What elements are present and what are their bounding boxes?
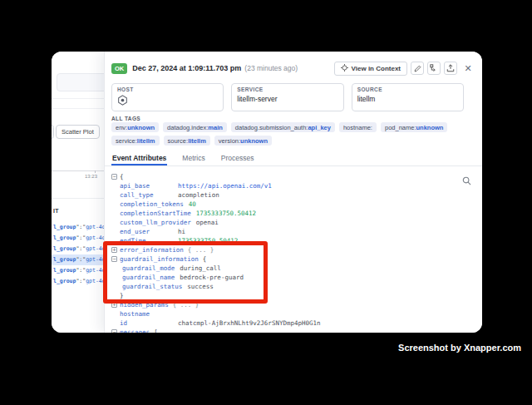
tag-pill[interactable]: datadog.index:main (163, 122, 227, 132)
scatter-plot-button[interactable]: Scatter Plot (56, 125, 100, 139)
log-list-item[interactable]: l_group":"gpt-4o (52, 254, 104, 265)
background-log-list: l_group":"gpt-4ol_group":"gpt-4ol_group"… (52, 222, 104, 287)
attribute-row: completion_tokens40 (111, 200, 482, 209)
log-list-item[interactable]: l_group":"gpt-4o (52, 265, 104, 276)
related-traces-button[interactable] (427, 62, 441, 75)
attribute-key: end_user (120, 227, 173, 236)
tag-key: hostname: (343, 124, 372, 131)
tag-value: litellm (188, 137, 206, 145)
attribute-value: 40 (189, 200, 196, 209)
source-value[interactable]: litellm (357, 95, 458, 103)
attribute-row: idchatcmpl-AjBrxhNLht9v2J6rSNYDmp4pH0G1n (111, 319, 482, 328)
host-card: HOST (111, 83, 224, 111)
app-window: Scatter Plot 13:23 IT l_group":"gpt-4ol_… (52, 52, 482, 333)
log-list-item[interactable]: l_group":"gpt-4o (52, 233, 104, 244)
log-value-fragment: gpt-4o (86, 267, 104, 274)
attribute-key: completion_tokens (120, 200, 184, 209)
edit-button[interactable] (411, 62, 424, 75)
tag-pill[interactable]: env:unknown (111, 122, 159, 132)
attribute-value: 1735333750.50412 (196, 209, 256, 218)
attribute-row: end_userhi (111, 227, 482, 236)
log-key-fragment: l_group (53, 224, 76, 230)
tag-key: datadog.submission_auth: (235, 124, 308, 131)
tags-list: env:unknowndatadog.index:maindatadog.sub… (111, 122, 470, 146)
attribute-row: custom_llm_provideropenai (111, 218, 482, 227)
tab-event-attributes[interactable]: Event Attributes (111, 152, 167, 165)
log-list-item[interactable]: l_group":"gpt-4o (52, 244, 104, 254)
tag-value: unknown (240, 137, 268, 145)
log-key-fragment: l_group (53, 235, 76, 241)
log-key-fragment: l_group (53, 245, 76, 252)
service-value[interactable]: litellm-server (237, 95, 337, 103)
tag-pill[interactable]: source:litellm (164, 136, 210, 146)
attribute-key: api_base (120, 181, 173, 190)
tag-value: unknown (416, 124, 444, 131)
host-icon (117, 95, 218, 107)
all-tags-heading: ALL TAGS (111, 116, 140, 121)
event-timestamp: Dec 27, 2024 at 1:09:11.703 pm (132, 64, 241, 72)
host-card-label: HOST (117, 86, 218, 92)
log-value-fragment: gpt-4o (86, 235, 104, 241)
divider (105, 165, 482, 166)
tab-metrics[interactable]: Metrics (181, 152, 205, 165)
attribute-value[interactable]: https://api.openai.com/v1 (178, 181, 272, 190)
tag-pill[interactable]: datadog.submission_auth:api_key (231, 122, 335, 132)
tag-pill[interactable]: pod_name:unknown (381, 122, 447, 132)
tag-key: datadog.index: (167, 124, 208, 131)
divider (52, 98, 104, 99)
log-list-item[interactable]: l_group":"gpt-4o (52, 222, 104, 233)
watermark-caption: Screenshot by Xnapper.com (398, 343, 521, 353)
log-value-fragment: gpt-4o (86, 278, 104, 284)
status-badge: OK (111, 63, 127, 74)
attribute-key: hostname (120, 309, 173, 319)
export-button[interactable] (444, 62, 457, 75)
tag-pill[interactable]: version:unknown (214, 136, 272, 146)
divider (52, 198, 104, 199)
log-key-fragment: l_group (53, 267, 76, 274)
tag-value: unknown (127, 124, 155, 131)
tag-pill[interactable]: hostname: (339, 122, 377, 132)
attribute-value: openai (196, 218, 219, 227)
attribute-row: api_basehttps://api.openai.com/v1 (111, 181, 482, 190)
attribute-row: −messages[ (111, 328, 482, 333)
log-punct: ":" (76, 267, 86, 274)
log-list-item[interactable]: l_group":"gpt-4o (52, 276, 104, 287)
divider (52, 108, 104, 109)
close-button[interactable]: ✕ (462, 62, 474, 75)
tag-key: source: (168, 137, 189, 145)
tag-key: pod_name: (385, 124, 416, 131)
attribute-value: chatcmpl-AjBrxhNLht9v2J6rSNYDmp4pH0G1n (178, 319, 321, 328)
chart-axis-tick-label: 13:23 (85, 174, 97, 179)
brace: [ (154, 328, 158, 333)
attribute-key: messages (120, 328, 150, 333)
relative-time: (23 minutes ago) (244, 64, 298, 72)
brace: { (120, 172, 124, 181)
background-button-fragment (52, 125, 54, 139)
attribute-key: custom_llm_provider (120, 218, 191, 227)
attribute-key: call_type (120, 190, 173, 200)
tag-pill[interactable]: service:litellm (111, 136, 160, 146)
attribute-key: completionStartTime (120, 209, 191, 218)
attribute-value: hi (178, 227, 185, 236)
summary-cards: HOST SERVICE litellm-server SOURCE litel… (111, 83, 464, 111)
attribute-row: hostname (111, 309, 482, 319)
pencil-icon (414, 61, 421, 76)
log-value-fragment: gpt-4o (86, 224, 104, 230)
attribute-row: −{ (111, 172, 482, 181)
log-punct: ":" (76, 245, 86, 252)
search-icon[interactable] (462, 174, 471, 189)
background-page: Scatter Plot 13:23 IT l_group":"gpt-4ol_… (52, 52, 104, 333)
related-traces-icon (430, 61, 438, 76)
tab-bar: Event AttributesMetricsProcesses (111, 152, 482, 165)
close-icon: ✕ (464, 63, 471, 74)
tag-value: litellm (137, 137, 155, 145)
annotation-red-box (103, 241, 268, 304)
collapse-icon[interactable]: − (111, 174, 117, 180)
log-value-fragment: gpt-4o (86, 245, 104, 252)
tab-processes[interactable]: Processes (220, 152, 255, 165)
source-card-label: SOURCE (357, 86, 458, 92)
log-punct: ":" (76, 256, 86, 263)
view-in-context-button[interactable]: View in Context (334, 62, 407, 76)
collapse-icon[interactable]: − (111, 329, 117, 333)
attribute-row: completionStartTime1735333750.50412 (111, 209, 482, 218)
